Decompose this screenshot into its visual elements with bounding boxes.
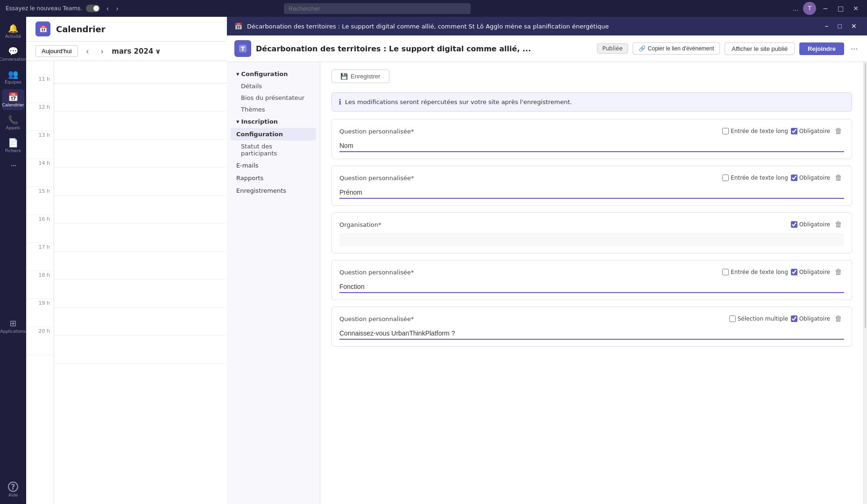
restore-btn[interactable]: □	[835, 5, 846, 12]
required-check-3[interactable]	[791, 221, 797, 228]
left-nav-themes[interactable]: Thèmes	[227, 104, 320, 115]
prev-week-button[interactable]: ‹	[83, 46, 92, 56]
question-2-input[interactable]	[339, 187, 844, 199]
long-text-check-4[interactable]	[722, 269, 729, 275]
save-icon: 💾	[340, 73, 348, 80]
toggle-switch[interactable]	[86, 5, 100, 12]
left-nav-bios[interactable]: Bios du présentateur	[227, 92, 320, 104]
sidebar-item-help[interactable]: ? Aide	[2, 479, 24, 500]
svg-text:T: T	[241, 46, 245, 52]
question-4-input[interactable]	[339, 281, 844, 293]
sidebar-item-calendar[interactable]: 📅 Calendrier	[2, 89, 24, 110]
month-dropdown-icon[interactable]: ∨	[155, 47, 161, 56]
sidebar-item-calls[interactable]: 📞 Appels	[2, 112, 24, 133]
long-text-check-2[interactable]	[722, 175, 729, 181]
conversation-icon: 💬	[8, 46, 18, 56]
delete-question-5[interactable]: 🗑	[833, 314, 844, 324]
event-more-button[interactable]: ···	[849, 44, 860, 54]
question-5-label: Question personnalisée*	[339, 315, 414, 322]
sidebar-item-files[interactable]: 📄 Fichiers	[2, 135, 24, 156]
files-icon: 📄	[8, 138, 18, 147]
required-check-4[interactable]	[791, 269, 797, 275]
left-nav-statut[interactable]: Statut des participants	[227, 140, 320, 159]
modal-restore-btn[interactable]: □	[835, 21, 845, 31]
copy-link-button[interactable]: 🔗 Copier le lien d'événement	[633, 42, 720, 55]
month-label: mars 2024 ∨	[112, 47, 161, 56]
delete-question-1[interactable]: 🗑	[833, 126, 844, 136]
top-bar-right: ... T	[793, 2, 816, 15]
required-checkbox-4: Obligatoire	[791, 269, 830, 275]
search-input[interactable]	[284, 3, 471, 14]
long-text-checkbox-1: Entrée de texte long	[722, 128, 788, 134]
top-bar: Essayez le nouveau Teams. ‹ › ... T − □ …	[0, 0, 867, 17]
required-check-5[interactable]	[791, 315, 797, 322]
question-3-input[interactable]	[339, 233, 844, 246]
search-bar	[284, 3, 471, 14]
help-icon: ?	[8, 482, 18, 492]
scrollbar-thumb[interactable]	[865, 63, 866, 328]
required-check-1[interactable]	[791, 128, 797, 134]
user-avatar[interactable]: T	[803, 2, 816, 15]
multiple-select-check-5[interactable]	[729, 315, 736, 322]
join-button[interactable]: Rejoindre	[799, 42, 844, 55]
modal-close-btn[interactable]: ✕	[848, 21, 860, 31]
required-checkbox-2: Obligatoire	[791, 175, 830, 181]
required-check-2[interactable]	[791, 175, 797, 181]
question-card-2: Question personnalisée* Entrée de texte …	[331, 166, 852, 206]
modal-minimize-btn[interactable]: −	[822, 21, 831, 31]
question-5-header: Question personnalisée* Sélection multip…	[339, 314, 844, 324]
sidebar-label-files: Fichiers	[5, 148, 21, 153]
question-4-header: Question personnalisée* Entrée de texte …	[339, 267, 844, 277]
question-1-checkboxes: Entrée de texte long Obligatoire 🗑	[722, 126, 844, 136]
required-checkbox-5: Obligatoire	[791, 315, 830, 322]
sidebar-item-conversation[interactable]: 💬 Conversation	[2, 43, 24, 64]
sidebar-item-more[interactable]: ···	[2, 158, 24, 173]
left-nav-rapports[interactable]: Rapports	[227, 172, 320, 184]
modal-titlebar: 📅 Décarbonation des territoires : Le sup…	[227, 17, 867, 35]
nav-back[interactable]: ‹	[104, 4, 112, 13]
close-btn[interactable]: ✕	[850, 5, 861, 12]
inscription-expand-icon: ▾	[236, 118, 240, 125]
delete-question-4[interactable]: 🗑	[833, 267, 844, 277]
nav-forward[interactable]: ›	[113, 4, 121, 13]
time-18h: 18 h	[26, 271, 54, 299]
question-5-input[interactable]	[339, 328, 844, 340]
sidebar-item-applications[interactable]: ⊞ Applications	[2, 315, 24, 336]
left-nav-enregistrements[interactable]: Enregistrements	[227, 184, 320, 197]
scrollbar[interactable]	[863, 62, 867, 504]
activity-icon: 🔔	[8, 23, 18, 33]
delete-question-3[interactable]: 🗑	[833, 219, 844, 230]
today-button[interactable]: Aujourd'hui	[35, 45, 78, 57]
left-nav-details[interactable]: Détails	[227, 80, 320, 92]
question-3-header: Organisation* Obligatoire 🗑	[339, 219, 844, 230]
modal-body: ▾ Configuration Détails Bios du présenta…	[227, 62, 867, 504]
required-checkbox-3: Obligatoire	[791, 221, 830, 228]
time-20h: 20 h	[26, 327, 54, 355]
info-bar: ℹ️ Les modifications seront répercutées …	[331, 92, 852, 112]
time-16h: 16 h	[26, 215, 54, 243]
sidebar-item-teams[interactable]: 👥 Équipes	[2, 66, 24, 87]
question-1-input[interactable]	[339, 140, 844, 152]
sidebar-label-teams: Équipes	[5, 80, 21, 84]
time-11h: 11 h	[26, 75, 54, 103]
sidebar-item-activity[interactable]: 🔔 Activité	[2, 21, 24, 42]
event-header: T Décarbonation des territoires : Le sup…	[227, 35, 867, 62]
event-app-icon: T	[234, 40, 251, 57]
event-title: Décarbonation des territoires : Le suppo…	[256, 44, 592, 53]
window-controls: − □ ✕	[820, 5, 861, 12]
calendar-app-icon: 📅	[35, 21, 50, 36]
question-2-checkboxes: Entrée de texte long Obligatoire 🗑	[722, 173, 844, 183]
show-site-button[interactable]: Afficher le site publié	[725, 42, 795, 55]
next-week-button[interactable]: ›	[97, 46, 107, 56]
main-layout: 🔔 Activité 💬 Conversation 👥 Équipes 📅 Ca…	[0, 17, 867, 504]
left-nav-inscription-config[interactable]: Configuration	[231, 128, 316, 140]
time-15h: 15 h	[26, 187, 54, 215]
save-button[interactable]: 💾 Enregistrer	[331, 70, 389, 83]
sidebar-label-activity: Activité	[5, 34, 21, 39]
long-text-check-1[interactable]	[722, 128, 729, 134]
left-nav-emails[interactable]: E-mails	[227, 159, 320, 172]
multiple-selection-checkbox-5: Sélection multiple	[729, 315, 788, 322]
more-options[interactable]: ...	[793, 5, 798, 12]
minimize-btn[interactable]: −	[820, 5, 831, 12]
delete-question-2[interactable]: 🗑	[833, 173, 844, 183]
